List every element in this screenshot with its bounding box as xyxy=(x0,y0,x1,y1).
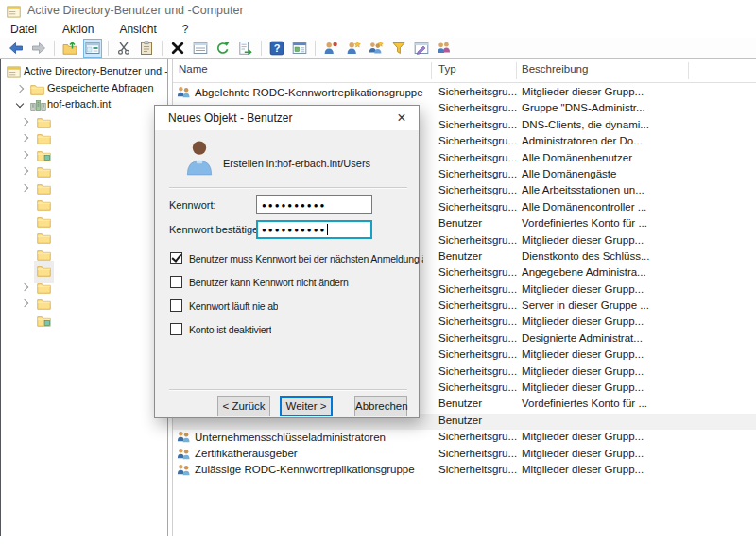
edit-properties-icon[interactable] xyxy=(412,39,431,58)
tree-item-folder[interactable] xyxy=(1,312,167,329)
menu-item-datei[interactable]: Datei xyxy=(2,22,45,37)
cell-typ: Sicherheitsgru... xyxy=(438,283,517,295)
tree-root-item[interactable]: Active Directory-Benutzer und - xyxy=(1,63,167,80)
chevron-right-icon[interactable] xyxy=(21,150,28,158)
list-row[interactable]: UnternehmensschlüsseladministratorenSich… xyxy=(173,430,756,446)
list-row[interactable]: ZertifikatherausgeberSicherheitsgru...Mi… xyxy=(173,447,756,463)
console-tree-toggle-icon[interactable] xyxy=(83,39,102,58)
checkbox-box[interactable] xyxy=(170,276,182,288)
snap-in-window-icon[interactable] xyxy=(290,39,309,58)
cell-beschreibung: Mitglieder dieser Grupp... xyxy=(522,283,644,295)
checkbox-must-change-password[interactable]: Benutzer muss Kennwort bei der nächsten … xyxy=(170,252,423,264)
app-icon xyxy=(7,5,21,17)
column-separator[interactable] xyxy=(431,62,432,79)
cell-beschreibung: Mitglieder dieser Grupp... xyxy=(522,431,644,442)
tree-item-gespeicherte-abfragen[interactable]: Gespeicherte Abfragen xyxy=(1,80,167,97)
tree-item-folder[interactable] xyxy=(1,246,167,263)
user-silhouette-icon xyxy=(183,139,215,178)
chevron-right-icon[interactable] xyxy=(21,183,28,191)
delete-icon[interactable] xyxy=(168,39,187,58)
window-title: Active Directory-Benutzer und -Computer xyxy=(27,4,244,17)
menu-item-help[interactable]: ? xyxy=(174,22,198,37)
create-in-value: hof-erbach.int/Users xyxy=(277,158,370,169)
checkbox-box[interactable] xyxy=(170,299,182,312)
list-row[interactable]: Zulässige RODC-Kennwortreplikationsgrupp… xyxy=(173,463,756,479)
tree-item-folder[interactable] xyxy=(1,146,167,163)
column-header-typ[interactable]: Typ xyxy=(438,63,456,75)
new-ou-icon[interactable] xyxy=(435,39,454,58)
toolbar-separator xyxy=(261,41,262,56)
up-one-level-icon[interactable] xyxy=(60,39,79,58)
group-icon xyxy=(177,464,191,476)
tree-item-folder[interactable] xyxy=(1,162,167,179)
close-icon[interactable] xyxy=(390,109,413,127)
column-header-beschreibung[interactable]: Beschreibung xyxy=(522,63,588,75)
forward-icon[interactable] xyxy=(29,39,48,58)
cell-typ: Sicherheitsgru... xyxy=(438,315,517,327)
cancel-button[interactable]: Abbrechen xyxy=(354,396,407,416)
tree-item-folder[interactable] xyxy=(1,229,167,246)
chevron-right-icon[interactable] xyxy=(21,117,28,125)
cell-typ: Sicherheitsgru... xyxy=(438,119,517,130)
name-text: Zertifikatherausgeber xyxy=(195,448,298,459)
list-row[interactable]: Abgelehnte RODC-Kennwortreplikationsgrup… xyxy=(173,85,756,101)
export-list-icon[interactable] xyxy=(236,39,255,58)
tree-item-folder[interactable] xyxy=(1,279,167,296)
checkbox-account-disabled[interactable]: Konto ist deaktiviert xyxy=(170,323,271,335)
cell-typ: Sicherheitsgru... xyxy=(438,184,517,196)
chevron-right-icon[interactable] xyxy=(21,282,28,290)
checkbox-password-never-expires[interactable]: Kennwort läuft nie ab xyxy=(170,299,278,312)
checkbox-box-checked[interactable] xyxy=(170,252,182,264)
group-icon xyxy=(177,86,191,98)
back-icon[interactable] xyxy=(7,39,26,58)
column-header-name[interactable]: Name xyxy=(179,63,208,75)
chevron-down-icon[interactable] xyxy=(16,100,24,108)
cell-beschreibung: Mitglieder dieser Grupp... xyxy=(522,382,644,393)
group-icon xyxy=(177,431,191,443)
cell-beschreibung: Mitglieder dieser Grupp... xyxy=(522,348,644,360)
new-user-icon[interactable] xyxy=(344,39,363,58)
new-group-icon[interactable] xyxy=(367,39,386,58)
checkbox-cannot-change-password[interactable]: Benutzer kann Kennwort nicht ändern xyxy=(170,276,349,288)
cell-typ: Sicherheitsgru... xyxy=(438,201,517,212)
refresh-icon[interactable] xyxy=(214,39,232,58)
chevron-right-icon[interactable] xyxy=(21,167,28,175)
tree-item-folder[interactable] xyxy=(1,262,167,279)
column-separator[interactable] xyxy=(516,62,517,79)
column-separator[interactable] xyxy=(688,62,689,79)
cell-typ: Sicherheitsgru... xyxy=(438,152,517,163)
tree-item-hof-erbach-int[interactable]: hof-erbach.int xyxy=(1,96,167,113)
chevron-right-icon[interactable] xyxy=(21,299,28,307)
create-in-label: Erstellen in: xyxy=(223,158,277,169)
tree-item-folder[interactable] xyxy=(1,129,167,146)
next-button[interactable]: Weiter > xyxy=(280,396,333,416)
password-input[interactable]: ●●●●●●●●●● xyxy=(256,196,372,214)
tree-item-folder[interactable] xyxy=(1,212,167,230)
chevron-right-icon[interactable] xyxy=(21,134,28,142)
cell-name: Zulässige RODC-Kennwortreplikationsgrupp… xyxy=(177,464,415,476)
cell-typ: Sicherheitsgru... xyxy=(438,464,517,475)
paste-icon[interactable] xyxy=(137,39,156,58)
separator xyxy=(169,389,407,391)
add-user-to-group-icon[interactable] xyxy=(321,39,340,58)
properties-list-icon[interactable] xyxy=(191,39,210,58)
password-dots: ●●●●●●●●●● xyxy=(262,201,326,210)
filter-icon[interactable] xyxy=(389,39,408,58)
menu-item-ansicht[interactable]: Ansicht xyxy=(111,22,164,37)
check-icon xyxy=(171,251,181,263)
tree-item-folder[interactable] xyxy=(1,295,167,312)
cell-beschreibung: Server in dieser Gruppe ... xyxy=(522,299,649,311)
menu-item-aktion[interactable]: Aktion xyxy=(54,22,102,37)
cut-icon[interactable] xyxy=(114,39,133,58)
checkbox-label: Kennwort läuft nie ab xyxy=(189,300,278,312)
tree-item-folder[interactable] xyxy=(1,196,167,212)
tree-item-folder[interactable] xyxy=(1,113,167,130)
cell-beschreibung: Dienstkonto des Schlüss... xyxy=(522,250,650,262)
cell-beschreibung: Mitglieder dieser Grupp... xyxy=(522,315,644,327)
tree-item-folder[interactable] xyxy=(1,179,167,196)
back-button[interactable]: < Zurück xyxy=(217,396,270,416)
chevron-right-icon[interactable] xyxy=(16,84,24,92)
confirm-password-input[interactable]: ●●●●●●●●●● xyxy=(256,220,372,239)
help-icon[interactable]: ? xyxy=(267,39,286,58)
checkbox-box[interactable] xyxy=(170,323,182,335)
